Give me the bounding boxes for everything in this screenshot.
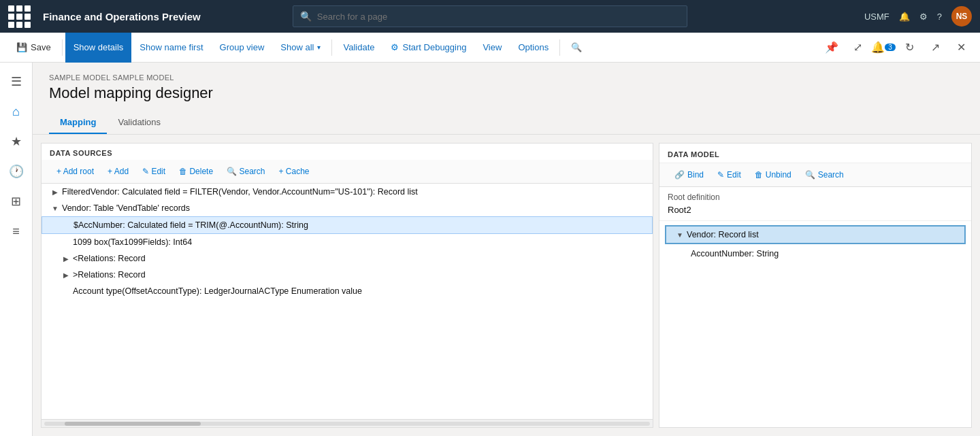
two-pane-layout: DATA SOURCES + Add root + Add ✎ Edit 🗑 D… <box>33 135 980 436</box>
search-input[interactable] <box>317 12 680 22</box>
dm-tree-item-accountnumber[interactable]: AccountNumber: String <box>659 246 971 262</box>
dm-chevron-placeholder-icon <box>679 248 689 259</box>
app-title: Finance and Operations Preview <box>43 11 201 22</box>
toolbar-separator-1 <box>62 39 63 56</box>
chevron-right-3-icon: ▶ <box>61 269 71 280</box>
show-details-button[interactable]: Show details <box>65 33 132 63</box>
root-definition-label: Root definition <box>659 187 971 203</box>
chevron-right-icon: ▶ <box>50 186 61 197</box>
data-model-pane: DATA MODEL 🔗 Bind ✎ Edit 🗑 Unbind 🔍 Sear… <box>659 143 972 428</box>
data-sources-pane: DATA SOURCES + Add root + Add ✎ Edit 🗑 D… <box>41 143 653 428</box>
sidebar-recent-icon[interactable]: 🕐 <box>3 158 30 185</box>
notification-icon[interactable]: 🔔 3 <box>872 37 894 58</box>
root-definition-value: Root2 <box>659 203 971 221</box>
trash-icon: 🗑 <box>755 170 763 180</box>
data-model-toolbar: 🔗 Bind ✎ Edit 🗑 Unbind 🔍 Search <box>659 163 971 187</box>
scroll-track <box>44 422 650 426</box>
content-area: SAMPLE MODEL SAMPLE MODEL Model mapping … <box>33 63 980 436</box>
top-nav: Finance and Operations Preview 🔍 USMF 🔔 … <box>0 0 980 33</box>
help-icon[interactable]: ? <box>937 12 942 22</box>
open-new-icon[interactable]: ↗ <box>924 37 946 58</box>
dm-search-button[interactable]: 🔍 Search <box>798 167 851 182</box>
data-model-title: DATA MODEL <box>659 144 971 163</box>
notification-badge: 3 <box>885 44 896 51</box>
tree-item-tax1099[interactable]: 1099 box(Tax1099Fields): Int64 <box>42 234 653 250</box>
tree-item-relations-greater[interactable]: ▶ >Relations: Record <box>42 267 653 283</box>
show-all-button[interactable]: Show all ▾ <box>272 33 329 63</box>
user-label[interactable]: USMF <box>864 12 889 22</box>
tree-item-filtered-vendor[interactable]: ▶ FilteredVendor: Calculated field = FIL… <box>42 184 653 200</box>
data-sources-tree: ▶ FilteredVendor: Calculated field = FIL… <box>42 184 653 419</box>
page-header: SAMPLE MODEL SAMPLE MODEL Model mapping … <box>33 63 980 107</box>
page-title: Model mapping designer <box>49 84 964 102</box>
data-sources-toolbar: + Add root + Add ✎ Edit 🗑 Delete 🔍 Searc… <box>42 160 653 184</box>
global-search[interactable]: 🔍 <box>293 5 687 27</box>
bell-icon[interactable]: 🔔 <box>899 12 910 22</box>
tab-validations[interactable]: Validations <box>107 112 172 134</box>
close-icon[interactable]: ✕ <box>950 37 972 58</box>
pin-icon[interactable]: 📌 <box>821 37 843 58</box>
toolbar-separator-3 <box>559 39 560 56</box>
save-button[interactable]: 💾 Save <box>8 33 59 63</box>
sidebar-workspaces-icon[interactable]: ⊞ <box>3 188 30 215</box>
expand-icon[interactable]: ⤢ <box>847 37 868 58</box>
horizontal-scrollbar[interactable] <box>42 419 653 427</box>
link-icon: 🔗 <box>674 170 685 180</box>
scroll-thumb <box>65 422 201 426</box>
tree-item-account-type[interactable]: Account type(OffsetAccountType): LedgerJ… <box>42 283 653 299</box>
show-name-button[interactable]: Show name first <box>131 33 211 63</box>
settings-icon[interactable]: ⚙ <box>919 12 928 22</box>
sidebar-home-icon[interactable]: ⌂ <box>3 98 30 125</box>
group-view-button[interactable]: Group view <box>212 33 273 63</box>
search-button[interactable]: 🔍 Search <box>220 164 272 179</box>
toolbar-separator-2 <box>331 39 332 56</box>
pencil-icon: ✎ <box>717 170 724 180</box>
chevron-placeholder-2-icon <box>61 237 71 248</box>
main-layout: ☰ ⌂ ★ 🕐 ⊞ ≡ SAMPLE MODEL SAMPLE MODEL Mo… <box>0 63 980 436</box>
refresh-icon[interactable]: ↻ <box>898 37 920 58</box>
chevron-placeholder-3-icon <box>61 286 71 297</box>
sidebar-list-icon[interactable]: ≡ <box>3 218 30 245</box>
tabs-bar: Mapping Validations <box>33 112 980 135</box>
search-toolbar-icon[interactable]: 🔍 <box>563 33 590 63</box>
delete-button[interactable]: 🗑 Delete <box>172 164 220 179</box>
tree-item-relations-less[interactable]: ▶ <Relations: Record <box>42 250 653 267</box>
data-sources-title: DATA SOURCES <box>42 144 653 160</box>
add-button[interactable]: + Add <box>101 164 135 179</box>
cache-button[interactable]: + Cache <box>272 164 316 179</box>
sidebar-menu-icon[interactable]: ☰ <box>3 68 30 95</box>
chevron-placeholder-icon <box>61 220 72 231</box>
add-root-button[interactable]: + Add root <box>50 164 101 179</box>
toolbar: 💾 Save Show details Show name first Grou… <box>0 33 980 63</box>
save-icon: 💾 <box>16 42 27 52</box>
bind-button[interactable]: 🔗 Bind <box>668 167 710 182</box>
edit-button[interactable]: ✎ Edit <box>135 164 172 179</box>
top-nav-right: USMF 🔔 ⚙ ? NS <box>864 6 972 27</box>
chevron-right-2-icon: ▶ <box>61 253 71 264</box>
search-icon: 🔍 <box>300 11 312 22</box>
view-button[interactable]: View <box>474 33 510 63</box>
chevron-down-icon: ▼ <box>50 203 61 214</box>
dm-edit-button[interactable]: ✎ Edit <box>710 167 748 182</box>
unbind-button[interactable]: 🗑 Unbind <box>748 167 798 182</box>
tab-mapping[interactable]: Mapping <box>49 112 107 134</box>
dm-tree-item-vendor[interactable]: ▼ Vendor: Record list <box>665 225 966 244</box>
tree-item-accnumber[interactable]: $AccNumber: Calculated field = TRIM(@.Ac… <box>42 216 653 234</box>
start-debugging-button[interactable]: ⚙ Start Debugging <box>382 33 474 63</box>
dm-chevron-down-icon: ▼ <box>674 229 685 240</box>
avatar[interactable]: NS <box>951 6 972 27</box>
options-button[interactable]: Options <box>510 33 557 63</box>
toolbar-right-icons: 📌 ⤢ 🔔 3 ↻ ↗ ✕ <box>821 37 972 58</box>
validate-button[interactable]: Validate <box>335 33 382 63</box>
breadcrumb: SAMPLE MODEL SAMPLE MODEL <box>49 73 964 82</box>
app-grid-icon[interactable] <box>8 5 31 28</box>
debug-icon: ⚙ <box>391 42 399 52</box>
tree-item-vendor-table[interactable]: ▼ Vendor: Table 'VendTable' records <box>42 200 653 216</box>
data-model-tree: ▼ Vendor: Record list AccountNumber: Str… <box>659 221 971 427</box>
show-all-dropdown-icon: ▾ <box>317 44 321 51</box>
dm-search-icon: 🔍 <box>805 170 815 180</box>
left-sidebar: ☰ ⌂ ★ 🕐 ⊞ ≡ <box>0 63 33 436</box>
sidebar-favorites-icon[interactable]: ★ <box>3 128 30 155</box>
